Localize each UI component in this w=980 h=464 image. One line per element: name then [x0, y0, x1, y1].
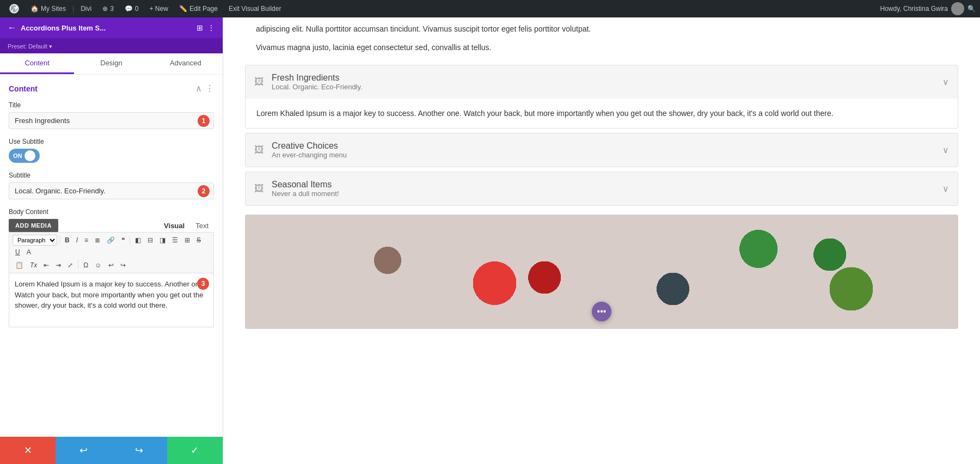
- bottom-bar: ✕ ↩ ↪ ✓: [0, 437, 223, 464]
- body-text: Lorem Khaled Ipsum is a major key to suc…: [15, 280, 205, 309]
- float-button-overlay: •••: [592, 302, 611, 321]
- accordion-header-0[interactable]: 🖼 Fresh Ingredients Local. Organic. Eco-…: [246, 65, 958, 99]
- emoji-button[interactable]: ☺: [92, 260, 104, 271]
- use-subtitle-toggle[interactable]: ON: [9, 149, 40, 163]
- accordion-item-1: 🖼 Creative Choices An ever-changing menu…: [245, 133, 958, 167]
- accordion-item-2: 🖼 Seasonal Items Never a dull moment! ∨: [245, 172, 958, 206]
- accordion-header-2[interactable]: 🖼 Seasonal Items Never a dull moment! ∨: [246, 172, 958, 205]
- undo-button[interactable]: ↩: [56, 437, 111, 464]
- panel-tabs: Content Design Advanced: [0, 53, 223, 75]
- subtitle-field-label: Subtitle: [9, 172, 214, 179]
- special-char-button[interactable]: Ω: [81, 260, 91, 271]
- howdy-label: Howdy, Christina Gwira: [880, 5, 948, 13]
- use-subtitle-label: Use Subtitle: [9, 138, 214, 145]
- count-label: 3: [110, 5, 114, 13]
- use-subtitle-field-group: Use Subtitle ON: [9, 138, 214, 163]
- comment-link[interactable]: 💬 0: [120, 0, 143, 17]
- preset-label[interactable]: Preset: Default ▾: [8, 43, 52, 50]
- strikethrough-button[interactable]: S: [194, 235, 204, 246]
- maximize-button[interactable]: ⊞: [197, 23, 203, 32]
- bold-button[interactable]: B: [62, 235, 72, 246]
- edit-page-label: Edit Page: [189, 5, 218, 13]
- paste-text-button[interactable]: 📋: [13, 260, 26, 271]
- collapse-icon[interactable]: ∧: [195, 83, 202, 94]
- editor-toolbar: Paragraph B I ≡ ≣ 🔗 ❝ ◧ ⊟ ◨ ☰ ⊞ S U: [9, 232, 214, 273]
- section-more-icon[interactable]: ⋮: [205, 83, 214, 94]
- panel-content: Content ∧ ⋮ Title 1 Use Subtitle: [0, 75, 223, 437]
- panel-header: ← Accordions Plus Item S... ⊞ ⋮: [0, 17, 223, 38]
- title-input[interactable]: [9, 112, 214, 129]
- wp-home-link[interactable]: [4, 0, 24, 17]
- accordion-wrap: 🖼 Fresh Ingredients Local. Organic. Eco-…: [223, 65, 980, 206]
- remove-format-button[interactable]: Tx: [27, 260, 40, 271]
- accordion-title-1: Creative Choices: [272, 141, 935, 151]
- subtitle-input[interactable]: [9, 182, 214, 199]
- color-button[interactable]: A: [24, 247, 34, 258]
- my-sites-link[interactable]: 🏠 My Sites: [26, 0, 70, 17]
- more-options-button[interactable]: ⋮: [207, 23, 215, 32]
- link-button[interactable]: 🔗: [104, 235, 118, 246]
- divi-label: Divi: [81, 5, 91, 13]
- preset-bar: Preset: Default ▾: [0, 38, 223, 53]
- accordion-image-icon-0: 🖼: [254, 76, 264, 88]
- blockquote-button[interactable]: ❝: [119, 235, 127, 246]
- add-media-button[interactable]: ADD MEDIA: [9, 219, 58, 232]
- search-icon[interactable]: 🔍: [967, 5, 976, 13]
- edit-page-link[interactable]: ✏️ Edit Page: [175, 0, 222, 17]
- top-bar-left: 🏠 My Sites | Divi ⊕ 3 💬 0 + New ✏️ Edit …: [4, 0, 285, 17]
- table-button[interactable]: ⊞: [182, 235, 193, 246]
- tab-design[interactable]: Design: [74, 53, 148, 74]
- align-left-button[interactable]: ◧: [132, 235, 144, 246]
- accordion-chevron-1[interactable]: ∨: [942, 145, 949, 155]
- text-tab-button[interactable]: Text: [190, 219, 214, 232]
- count-link[interactable]: ⊕ 3: [98, 0, 118, 17]
- undo-toolbar-button[interactable]: ↩: [106, 260, 117, 271]
- body-badge: 3: [197, 278, 209, 290]
- align-center-button[interactable]: ⊟: [145, 235, 156, 246]
- accordion-body-text-0: Lorem Khaled Ipsum is a major key to suc…: [256, 109, 834, 118]
- indent-more-button[interactable]: ⇥: [53, 260, 64, 271]
- section-title: Content: [9, 84, 38, 93]
- indent-less-button[interactable]: ⇤: [41, 260, 52, 271]
- accordion-chevron-0[interactable]: ∨: [942, 77, 949, 87]
- toggle-on-text: ON: [13, 152, 22, 159]
- align-right-button[interactable]: ◨: [157, 235, 168, 246]
- align-full-button[interactable]: ☰: [169, 235, 181, 246]
- back-arrow-icon[interactable]: ←: [8, 23, 16, 33]
- redo-toolbar-button[interactable]: ↪: [118, 260, 128, 271]
- float-action-button[interactable]: •••: [592, 302, 611, 321]
- italic-button[interactable]: I: [74, 235, 81, 246]
- exit-builder-link[interactable]: Exit Visual Builder: [224, 0, 286, 17]
- expand-button[interactable]: ⤢: [65, 260, 76, 271]
- toggle-thumb: [24, 150, 35, 161]
- top-bar: 🏠 My Sites | Divi ⊕ 3 💬 0 + New ✏️ Edit …: [0, 0, 980, 17]
- title-field-group: Title 1: [9, 101, 214, 129]
- body-editor[interactable]: Lorem Khaled Ipsum is a major key to suc…: [9, 273, 214, 327]
- dots-icon: •••: [597, 307, 607, 316]
- new-label: + New: [150, 5, 168, 13]
- redo-button[interactable]: ↪: [112, 437, 167, 464]
- ul-button[interactable]: ≡: [82, 235, 91, 246]
- new-link[interactable]: + New: [145, 0, 173, 17]
- underline-button[interactable]: U: [13, 247, 23, 258]
- body-content-label: Body Content: [9, 208, 214, 216]
- exit-label: Exit Visual Builder: [229, 5, 281, 13]
- accordion-subtitle-2: Never a dull moment!: [272, 190, 935, 198]
- title-badge: 1: [198, 115, 210, 127]
- ol-button[interactable]: ≣: [92, 235, 103, 246]
- accordion-body-0: Lorem Khaled Ipsum is a major key to suc…: [246, 99, 958, 128]
- tab-advanced[interactable]: Advanced: [149, 53, 223, 74]
- accordion-title-0: Fresh Ingredients: [272, 73, 935, 83]
- divi-link[interactable]: Divi: [76, 0, 96, 17]
- accordion-chevron-2[interactable]: ∨: [942, 184, 949, 194]
- save-button[interactable]: ✓: [167, 437, 223, 464]
- user-avatar[interactable]: [951, 2, 964, 15]
- paragraph-select[interactable]: Paragraph: [13, 235, 57, 246]
- cancel-button[interactable]: ✕: [0, 437, 56, 464]
- visual-tab-button[interactable]: Visual: [158, 219, 190, 232]
- accordion-subtitle-1: An ever-changing menu: [272, 151, 935, 159]
- accordion-subtitle-0: Local. Organic. Eco-Friendly.: [272, 83, 935, 91]
- accordion-item-0: 🖼 Fresh Ingredients Local. Organic. Eco-…: [245, 65, 958, 129]
- tab-content[interactable]: Content: [0, 53, 74, 74]
- accordion-header-1[interactable]: 🖼 Creative Choices An ever-changing menu…: [246, 133, 958, 167]
